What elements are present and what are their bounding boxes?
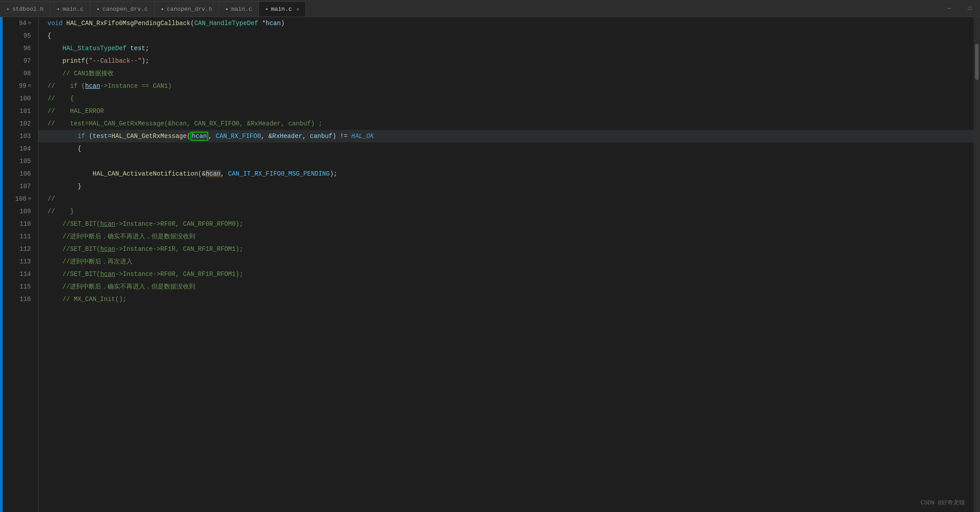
code-area[interactable]: void HAL_CAN_RxFifo0MsgPendingCallback(C… xyxy=(39,17,974,512)
tab-bar: ▪ stdbool.h ▪ main.c ▪ canopen_drv.c ▪ c… xyxy=(0,0,980,17)
code-line-98: // CAN1数据接收 xyxy=(39,67,974,80)
code-line-110: //SET_BIT(hcan->Instance->RF0R, CAN_RF0R… xyxy=(39,218,974,230)
line-num-104: 104 xyxy=(6,142,31,155)
code-line-97: printf("--Callback--"); xyxy=(39,55,974,67)
line-num-114: 114 xyxy=(6,268,31,280)
line-num-116: 116 xyxy=(6,293,31,305)
code-line-95: { xyxy=(39,30,974,42)
line-num-105: 105 xyxy=(6,155,31,168)
line-num-111: 111 xyxy=(6,230,31,243)
line-num-94: 94⊖ xyxy=(6,17,31,30)
code-line-111: //进到中断后，确实不再进入，但是数据没收到 xyxy=(39,230,974,243)
minimize-button[interactable]: — xyxy=(939,0,959,17)
tab-label: stdbool.h xyxy=(12,6,43,13)
line-num-100: 100 xyxy=(6,92,31,105)
tab-icon-c: ▪ xyxy=(265,6,268,13)
code-line-108: // xyxy=(39,193,974,205)
tab-main-c-3[interactable]: ▪ main.c ✕ xyxy=(259,1,306,17)
code-line-105 xyxy=(39,155,974,168)
line-num-112: 112 xyxy=(6,243,31,255)
line-num-97: 97 xyxy=(6,55,31,67)
tab-canopen-drv-c[interactable]: ▪ canopen_drv.c xyxy=(90,1,155,17)
code-line-116: // MX_CAN_Init(); xyxy=(39,293,974,305)
tab-close-icon[interactable]: ✕ xyxy=(297,6,300,12)
code-line-107: } xyxy=(39,180,974,193)
line-num-99: 99⊖ xyxy=(6,80,31,92)
tab-main-c-1[interactable]: ▪ main.c xyxy=(50,1,90,17)
code-line-104: { xyxy=(39,142,974,155)
tab-label: canopen_drv.c xyxy=(103,6,148,13)
tab-label: main.c xyxy=(231,6,252,13)
tab-main-c-2[interactable]: ▪ main.c xyxy=(219,1,259,17)
code-line-112: //SET_BIT(hcan->Instance->RF1R, CAN_RF1R… xyxy=(39,243,974,255)
window-controls: — □ xyxy=(939,0,980,17)
scrollbar-thumb[interactable] xyxy=(975,44,979,80)
line-num-103: 103 xyxy=(6,130,31,142)
tab-icon-c: ▪ xyxy=(96,6,99,13)
code-line-102: // test=HAL_CAN_GetRxMessage(&hcan, CAN_… xyxy=(39,117,974,130)
code-line-109: // } xyxy=(39,205,974,218)
code-line-115: //进到中断后，确实不再进入，但是数据没收到 xyxy=(39,280,974,293)
line-num-115: 115 xyxy=(6,280,31,293)
code-line-101: // HAL_ERROR xyxy=(39,105,974,117)
line-num-96: 96 xyxy=(6,42,31,55)
tab-label: main.c xyxy=(271,6,292,13)
editor-container: 94⊖ 95 96 97 98 99⊖ 100 101 102 103 104 … xyxy=(0,17,980,512)
scrollbar[interactable] xyxy=(974,17,980,512)
code-line-103: if (test=HAL_CAN_GetRxMessage(hcan, CAN_… xyxy=(39,130,974,142)
line-num-108: 108⊖ xyxy=(6,193,31,205)
code-line-100: // { xyxy=(39,92,974,105)
line-num-106: 106 xyxy=(6,168,31,180)
code-line-113: //进到中断后，再次进入 xyxy=(39,255,974,268)
tab-icon-h: ▪ xyxy=(161,6,164,13)
line-num-109: 109 xyxy=(6,205,31,218)
line-num-107: 107 xyxy=(6,180,31,193)
tab-label: canopen_drv.h xyxy=(167,6,212,13)
line-num-95: 95 xyxy=(6,30,31,42)
tab-canopen-drv-h[interactable]: ▪ canopen_drv.h xyxy=(155,1,219,17)
line-num-102: 102 xyxy=(6,117,31,130)
code-line-106: HAL_CAN_ActivateNotification(&hcan, CAN_… xyxy=(39,168,974,180)
code-line-114: //SET_BIT(hcan->Instance->RF0R, CAN_RF1R… xyxy=(39,268,974,280)
line-numbers: 94⊖ 95 96 97 98 99⊖ 100 101 102 103 104 … xyxy=(3,17,39,512)
code-line-99: // if (hcan->Instance == CAN1) xyxy=(39,80,974,92)
tab-icon-c: ▪ xyxy=(56,6,60,13)
watermark: CSDN @好奇龙猫 xyxy=(920,499,965,507)
line-num-101: 101 xyxy=(6,105,31,117)
tab-icon-c: ▪ xyxy=(225,6,228,13)
line-num-98: 98 xyxy=(6,67,31,80)
line-num-113: 113 xyxy=(6,255,31,268)
line-num-110: 110 xyxy=(6,218,31,230)
maximize-button[interactable]: □ xyxy=(959,0,980,17)
tab-icon-h: ▪ xyxy=(6,6,9,13)
code-line-94: void HAL_CAN_RxFifo0MsgPendingCallback(C… xyxy=(39,17,974,30)
tab-stdbool-h[interactable]: ▪ stdbool.h xyxy=(0,1,50,17)
tab-label: main.c xyxy=(63,6,84,13)
code-line-96: HAL_StatusTypeDef test; xyxy=(39,42,974,55)
